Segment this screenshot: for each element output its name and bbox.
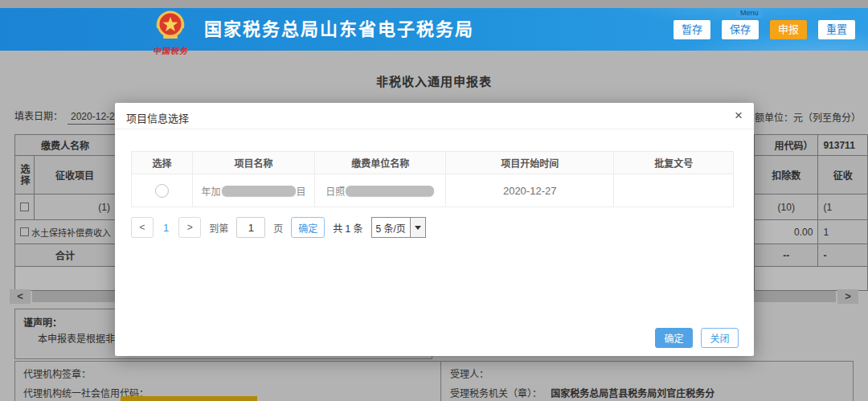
menu-tag[interactable]: Menu (736, 8, 763, 18)
scroll-left-icon[interactable]: < (10, 289, 31, 304)
total-row-label: 合计 (15, 244, 116, 267)
payer-unit-cell: 日照 (315, 174, 446, 207)
deduction-column-header: 扣除数 (755, 156, 818, 194)
prev-page-icon[interactable]: < (131, 217, 154, 238)
col-index-cell: (10) (755, 194, 818, 220)
declare-button[interactable]: 申报 (770, 20, 807, 39)
declaration-table-right: 用代码） 913711 扣除数 征收 (10) (1 0.00 1 -- - (754, 134, 868, 291)
top-strip (0, 0, 868, 8)
row1-item-cell: (1) (35, 194, 116, 220)
row2-checkbox[interactable] (20, 227, 29, 236)
levy-value-cell: 1 (818, 220, 868, 244)
form-footer: 代理机构签章： 代理机构统一社会信用代码： 受理人： 受理税务机关（章）： 国家… (14, 361, 854, 401)
redacted-project-name (222, 186, 296, 196)
agency-seal-label: 代理机构签章： (23, 366, 91, 380)
next-page-icon[interactable]: > (178, 217, 201, 238)
start-date-cell: 2020-12-27 (446, 174, 614, 207)
declaration-table-left: 缴费人名称 选择 征收项目 (1) 水土保持补偿费收入 合计 (14, 134, 116, 291)
row2-item-cell: 水土保持补偿费收入 (31, 226, 111, 239)
header-actions: 暂存 保存 申报 重置 (674, 20, 855, 39)
tax-authority-value: 国家税务总局莒县税务局刘官庄税务分 (551, 388, 714, 399)
empty-cell (755, 267, 868, 291)
modal-title-separator (115, 129, 754, 129)
project-name-suffix: 目 (297, 184, 306, 198)
declaration-text: 本申报表是根据非税 (38, 331, 125, 345)
current-page-number[interactable]: 1 (162, 222, 170, 234)
project-table-header: 选择 项目名称 缴费单位名称 项目开始时间 批复文号 (132, 152, 733, 174)
logo-text: 中国税务 (149, 44, 191, 56)
declaration-title: 谨声明： (23, 315, 62, 329)
page-size-select[interactable]: 5 条/页 (371, 217, 426, 238)
total-levy-cell: - (818, 244, 868, 267)
payer-unit-prefix: 日照 (326, 184, 345, 198)
payer-name-header: 缴费人名称 (15, 135, 116, 156)
footer-divider (440, 362, 441, 401)
tax-authority-row: 受理税务机关（章）： 国家税务总局莒县税务局刘官庄税务分 (450, 386, 714, 399)
page-title: 非税收入通用申报表 (0, 72, 868, 89)
reset-button[interactable]: 重置 (818, 20, 855, 39)
close-icon[interactable]: × (735, 108, 743, 124)
select-arrow-box[interactable] (410, 218, 425, 237)
deduction-value-cell: 0.00 (755, 220, 818, 244)
project-info-modal: 项目信息选择 × 选择 项目名称 缴费单位名称 项目开始时间 批复文号 年加目 … (115, 103, 754, 356)
modal-actions: 确定 关闭 (655, 328, 739, 348)
total-count-label: 共 1 条 (333, 221, 362, 235)
goto-page-label: 到第 (209, 221, 228, 235)
levy-item-column-header: 征收项目 (35, 156, 116, 194)
national-emblem-logo: 中国税务 (149, 9, 191, 56)
save-button[interactable]: 保存 (722, 20, 759, 39)
col-start-date: 项目开始时间 (446, 152, 614, 174)
project-name-cell: 年加目 (193, 174, 316, 207)
project-name-prefix: 年加 (202, 184, 221, 198)
chevron-down-icon (415, 226, 421, 230)
redacted-payer-unit (346, 186, 434, 196)
handler-label: 受理人： (450, 366, 489, 380)
confirm-button[interactable]: 确定 (655, 328, 693, 348)
tax-authority-label: 受理税务机关（章）： (450, 388, 542, 399)
empty-cell (15, 267, 116, 291)
modal-title: 项目信息选择 (126, 110, 189, 125)
signature-input-edge[interactable] (121, 396, 257, 401)
pagination-bar: < 1 > 到第 页 确定 共 1 条 5 条/页 (131, 217, 426, 238)
col-index-cell: (1 (818, 194, 868, 220)
emblem-icon (153, 9, 188, 43)
temp-save-button[interactable]: 暂存 (674, 20, 710, 39)
select-column-header: 选择 (18, 164, 31, 186)
col-project-name: 项目名称 (193, 152, 316, 174)
app-header: 中国税务 国家税务总局山东省电子税务局 Menu 暂存 保存 申报 重置 (0, 8, 868, 51)
project-table: 选择 项目名称 缴费单位名称 项目开始时间 批复文号 年加目 日照 2020-1… (131, 151, 734, 207)
row-radio-button[interactable] (155, 184, 169, 198)
levy-column-header: 征收 (818, 156, 868, 194)
fill-date-label: 填表日期： (14, 111, 63, 122)
credit-code-label: 用代码） (755, 135, 818, 156)
total-deduction-cell: -- (755, 244, 818, 267)
col-approval-no: 批复文号 (614, 152, 733, 174)
table-row[interactable]: 年加目 日照 2020-12-27 (132, 174, 733, 207)
credit-code-value: 913711 (818, 135, 868, 156)
close-button[interactable]: 关闭 (701, 328, 739, 348)
row1-checkbox[interactable] (20, 203, 29, 211)
goto-page-input[interactable] (236, 217, 265, 238)
amount-unit-note: 额单位：元（列至角分） (755, 110, 861, 124)
page-size-value: 5 条/页 (372, 218, 410, 237)
fill-date-row: 填表日期：2020-12-28 (14, 108, 123, 125)
approval-no-cell (614, 174, 733, 207)
goto-confirm-button[interactable]: 确定 (291, 217, 325, 238)
col-payer-unit: 缴费单位名称 (315, 152, 446, 174)
site-title: 国家税务总局山东省电子税务局 (204, 8, 474, 51)
col-select: 选择 (132, 152, 193, 174)
page-unit-label: 页 (273, 221, 283, 235)
scroll-right-icon[interactable]: > (837, 289, 858, 304)
